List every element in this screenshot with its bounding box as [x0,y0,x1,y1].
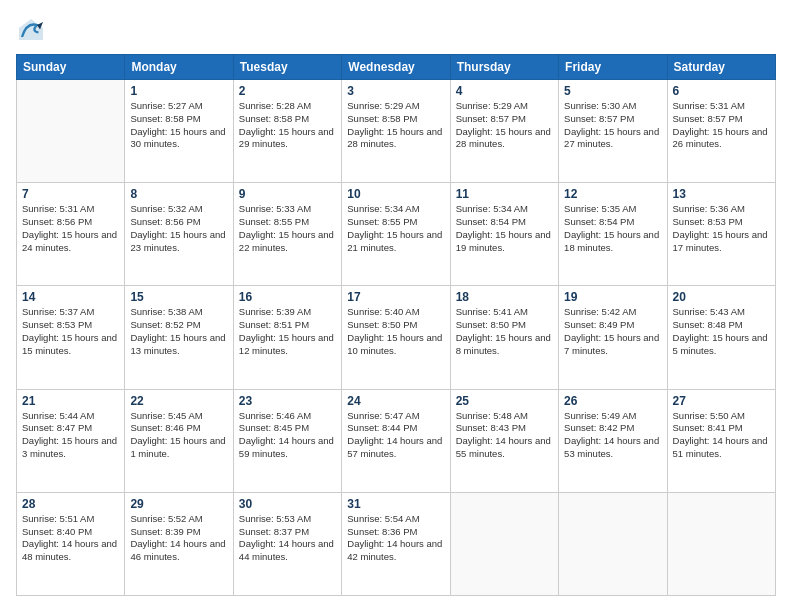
sunset-text: Sunset: 8:57 PM [673,113,770,126]
sunset-text: Sunset: 8:55 PM [347,216,444,229]
sunrise-text: Sunrise: 5:47 AM [347,410,444,423]
daylight-text: Daylight: 15 hours and 22 minutes. [239,229,336,255]
sunset-text: Sunset: 8:58 PM [239,113,336,126]
sunrise-text: Sunrise: 5:46 AM [239,410,336,423]
daylight-text: Daylight: 15 hours and 5 minutes. [673,332,770,358]
page-header [16,16,776,46]
day-number: 10 [347,187,444,201]
cell-content: Sunrise: 5:29 AMSunset: 8:57 PMDaylight:… [456,100,553,151]
daylight-text: Daylight: 15 hours and 21 minutes. [347,229,444,255]
sunset-text: Sunset: 8:52 PM [130,319,227,332]
sunset-text: Sunset: 8:39 PM [130,526,227,539]
sunset-text: Sunset: 8:49 PM [564,319,661,332]
week-row-4: 21Sunrise: 5:44 AMSunset: 8:47 PMDayligh… [17,389,776,492]
calendar-cell: 14Sunrise: 5:37 AMSunset: 8:53 PMDayligh… [17,286,125,389]
calendar-cell: 16Sunrise: 5:39 AMSunset: 8:51 PMDayligh… [233,286,341,389]
calendar-cell: 8Sunrise: 5:32 AMSunset: 8:56 PMDaylight… [125,183,233,286]
day-header-monday: Monday [125,55,233,80]
cell-content: Sunrise: 5:30 AMSunset: 8:57 PMDaylight:… [564,100,661,151]
daylight-text: Daylight: 15 hours and 15 minutes. [22,332,119,358]
sunset-text: Sunset: 8:44 PM [347,422,444,435]
cell-content: Sunrise: 5:27 AMSunset: 8:58 PMDaylight:… [130,100,227,151]
daylight-text: Daylight: 15 hours and 18 minutes. [564,229,661,255]
calendar-cell: 24Sunrise: 5:47 AMSunset: 8:44 PMDayligh… [342,389,450,492]
calendar-cell: 10Sunrise: 5:34 AMSunset: 8:55 PMDayligh… [342,183,450,286]
calendar-cell: 23Sunrise: 5:46 AMSunset: 8:45 PMDayligh… [233,389,341,492]
daylight-text: Daylight: 15 hours and 10 minutes. [347,332,444,358]
cell-content: Sunrise: 5:37 AMSunset: 8:53 PMDaylight:… [22,306,119,357]
daylight-text: Daylight: 15 hours and 12 minutes. [239,332,336,358]
sunrise-text: Sunrise: 5:43 AM [673,306,770,319]
cell-content: Sunrise: 5:41 AMSunset: 8:50 PMDaylight:… [456,306,553,357]
calendar-cell: 3Sunrise: 5:29 AMSunset: 8:58 PMDaylight… [342,80,450,183]
logo [16,16,50,46]
daylight-text: Daylight: 15 hours and 28 minutes. [347,126,444,152]
daylight-text: Daylight: 14 hours and 44 minutes. [239,538,336,564]
header-row: SundayMondayTuesdayWednesdayThursdayFrid… [17,55,776,80]
cell-content: Sunrise: 5:31 AMSunset: 8:56 PMDaylight:… [22,203,119,254]
cell-content: Sunrise: 5:47 AMSunset: 8:44 PMDaylight:… [347,410,444,461]
sunrise-text: Sunrise: 5:50 AM [673,410,770,423]
calendar-cell: 6Sunrise: 5:31 AMSunset: 8:57 PMDaylight… [667,80,775,183]
cell-content: Sunrise: 5:33 AMSunset: 8:55 PMDaylight:… [239,203,336,254]
sunset-text: Sunset: 8:56 PM [130,216,227,229]
sunrise-text: Sunrise: 5:31 AM [22,203,119,216]
sunset-text: Sunset: 8:50 PM [347,319,444,332]
day-number: 4 [456,84,553,98]
day-number: 15 [130,290,227,304]
daylight-text: Daylight: 14 hours and 57 minutes. [347,435,444,461]
sunset-text: Sunset: 8:37 PM [239,526,336,539]
calendar-cell: 27Sunrise: 5:50 AMSunset: 8:41 PMDayligh… [667,389,775,492]
cell-content: Sunrise: 5:50 AMSunset: 8:41 PMDaylight:… [673,410,770,461]
sunrise-text: Sunrise: 5:52 AM [130,513,227,526]
daylight-text: Daylight: 14 hours and 59 minutes. [239,435,336,461]
sunrise-text: Sunrise: 5:40 AM [347,306,444,319]
week-row-2: 7Sunrise: 5:31 AMSunset: 8:56 PMDaylight… [17,183,776,286]
sunset-text: Sunset: 8:54 PM [456,216,553,229]
sunset-text: Sunset: 8:53 PM [673,216,770,229]
cell-content: Sunrise: 5:48 AMSunset: 8:43 PMDaylight:… [456,410,553,461]
sunrise-text: Sunrise: 5:35 AM [564,203,661,216]
daylight-text: Daylight: 14 hours and 48 minutes. [22,538,119,564]
day-number: 17 [347,290,444,304]
calendar-cell: 13Sunrise: 5:36 AMSunset: 8:53 PMDayligh… [667,183,775,286]
cell-content: Sunrise: 5:49 AMSunset: 8:42 PMDaylight:… [564,410,661,461]
cell-content: Sunrise: 5:34 AMSunset: 8:55 PMDaylight:… [347,203,444,254]
cell-content: Sunrise: 5:52 AMSunset: 8:39 PMDaylight:… [130,513,227,564]
day-number: 14 [22,290,119,304]
day-number: 29 [130,497,227,511]
calendar-cell: 5Sunrise: 5:30 AMSunset: 8:57 PMDaylight… [559,80,667,183]
daylight-text: Daylight: 15 hours and 28 minutes. [456,126,553,152]
sunrise-text: Sunrise: 5:33 AM [239,203,336,216]
daylight-text: Daylight: 15 hours and 24 minutes. [22,229,119,255]
day-number: 16 [239,290,336,304]
calendar-cell: 21Sunrise: 5:44 AMSunset: 8:47 PMDayligh… [17,389,125,492]
cell-content: Sunrise: 5:53 AMSunset: 8:37 PMDaylight:… [239,513,336,564]
week-row-5: 28Sunrise: 5:51 AMSunset: 8:40 PMDayligh… [17,492,776,595]
sunset-text: Sunset: 8:36 PM [347,526,444,539]
day-number: 2 [239,84,336,98]
daylight-text: Daylight: 15 hours and 26 minutes. [673,126,770,152]
daylight-text: Daylight: 15 hours and 8 minutes. [456,332,553,358]
daylight-text: Daylight: 15 hours and 3 minutes. [22,435,119,461]
sunrise-text: Sunrise: 5:34 AM [347,203,444,216]
day-header-wednesday: Wednesday [342,55,450,80]
sunset-text: Sunset: 8:45 PM [239,422,336,435]
cell-content: Sunrise: 5:43 AMSunset: 8:48 PMDaylight:… [673,306,770,357]
sunrise-text: Sunrise: 5:32 AM [130,203,227,216]
daylight-text: Daylight: 15 hours and 30 minutes. [130,126,227,152]
daylight-text: Daylight: 15 hours and 7 minutes. [564,332,661,358]
sunset-text: Sunset: 8:57 PM [456,113,553,126]
daylight-text: Daylight: 15 hours and 13 minutes. [130,332,227,358]
cell-content: Sunrise: 5:28 AMSunset: 8:58 PMDaylight:… [239,100,336,151]
sunrise-text: Sunrise: 5:42 AM [564,306,661,319]
daylight-text: Daylight: 14 hours and 46 minutes. [130,538,227,564]
sunrise-text: Sunrise: 5:29 AM [347,100,444,113]
sunrise-text: Sunrise: 5:41 AM [456,306,553,319]
calendar-cell: 31Sunrise: 5:54 AMSunset: 8:36 PMDayligh… [342,492,450,595]
calendar-cell: 25Sunrise: 5:48 AMSunset: 8:43 PMDayligh… [450,389,558,492]
calendar-cell: 9Sunrise: 5:33 AMSunset: 8:55 PMDaylight… [233,183,341,286]
daylight-text: Daylight: 15 hours and 29 minutes. [239,126,336,152]
day-number: 3 [347,84,444,98]
day-number: 28 [22,497,119,511]
